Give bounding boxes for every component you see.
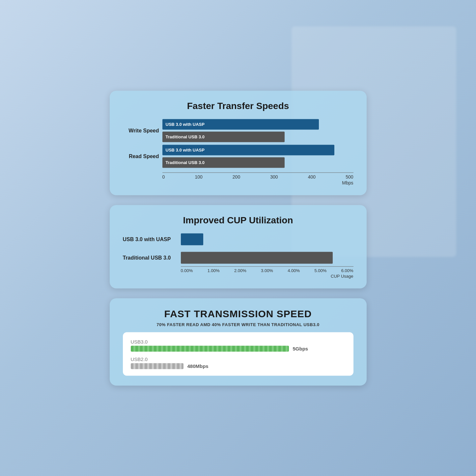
tick-400: 400 [308,174,316,179]
tick-100: 100 [195,174,202,179]
card2-axis-ticks: 0.00% 1.00% 2.00% 3.00% 4.00% 5.00% 6.00… [181,266,353,273]
cpu-trad-label: Traditional USB 3.0 [123,255,176,261]
write-uasp-bar: USB 3.0 with UASP [162,119,319,129]
cpu-tick-2: 2.00% [234,268,246,273]
read-trad-bar: Traditional USB 3.0 [162,157,285,168]
read-uasp-bar: USB 3.0 with UASP [162,145,334,155]
write-speed-label: Write Speed [123,127,159,133]
read-trad-label: Traditional USB 3.0 [166,160,205,165]
cpu-trad-bar [181,252,333,264]
card2-title: Improved CUP Utilization [123,215,353,225]
read-speed-row: Read Speed USB 3.0 with UASP Traditional… [123,145,353,168]
transfer-speed-card: Faster Transfer Speeds Write Speed USB 3… [110,91,367,195]
usb30-bar [131,346,289,351]
card2-axis: 0.00% 1.00% 2.00% 3.00% 4.00% 5.00% 6.00… [181,266,353,278]
card1-title: Faster Transfer Speeds [123,100,353,111]
card2-axis-unit: CUP Usage [181,273,353,278]
usb30-label: USB3.0 [131,339,346,344]
write-uasp-bar-row: USB 3.0 with UASP [162,119,353,129]
cpu-tick-1: 1.00% [208,268,220,273]
cpu-uasp-row: USB 3.0 with UASP [123,233,353,245]
read-speed-label: Read Speed [123,153,159,159]
usb20-label: USB2.0 [131,356,346,362]
card1-axis-ticks: 0 100 200 300 400 500 [162,173,353,179]
cpu-uasp-bar [181,233,203,245]
tick-500: 500 [346,174,353,179]
read-trad-bar-row: Traditional USB 3.0 [162,157,353,168]
cpu-tick-6: 6.00% [341,268,353,273]
card1-axis: 0 100 200 300 400 500 Mbps [162,170,353,185]
cpu-tick-0: 0.00% [181,268,193,273]
main-container: Faster Transfer Speeds Write Speed USB 3… [110,91,367,385]
cpu-trad-row: Traditional USB 3.0 [123,252,353,264]
tick-200: 200 [233,174,240,179]
usb20-bar-row: 480Mbps [131,363,346,369]
write-trad-label: Traditional USB 3.0 [166,134,205,139]
write-trad-bar: Traditional USB 3.0 [162,131,285,142]
transmission-speed-card: FAST TRANSMISSION SPEED 70% FASTER READ … [110,298,367,385]
cpu-utilization-card: Improved CUP Utilization USB 3.0 with UA… [110,205,367,288]
read-uasp-bar-row: USB 3.0 with UASP [162,145,353,155]
usb30-bar-row: 5Gbps [131,346,346,351]
usb30-row: USB3.0 5Gbps [131,339,346,351]
card1-axis-unit: Mbps [162,180,353,185]
cpu-uasp-label: USB 3.0 with UASP [123,236,176,242]
tick-0: 0 [162,174,165,179]
usb30-value: 5Gbps [293,346,308,351]
cpu-tick-3: 3.00% [261,268,273,273]
usb20-row: USB2.0 480Mbps [131,356,346,369]
speed-inner-card: USB3.0 5Gbps USB2.0 480Mbps [123,332,353,376]
cpu-tick-5: 5.00% [314,268,326,273]
cpu-chart-area: USB 3.0 with UASP Traditional USB 3.0 [123,233,353,264]
write-speed-row: Write Speed USB 3.0 with UASP Traditiona… [123,119,353,142]
write-trad-bar-row: Traditional USB 3.0 [162,131,353,142]
usb20-bar [131,363,183,369]
read-speed-bars: USB 3.0 with UASP Traditional USB 3.0 [162,145,353,168]
cpu-trad-bar-container [181,252,353,264]
cpu-uasp-bar-container [181,233,353,245]
write-speed-bars: USB 3.0 with UASP Traditional USB 3.0 [162,119,353,142]
cpu-tick-4: 4.00% [288,268,300,273]
tick-300: 300 [270,174,278,179]
card3-subtitle: 70% FASTER READ AMD 40% FASTER WRITE THA… [123,322,353,327]
write-uasp-label: USB 3.0 with UASP [166,122,205,127]
card3-title: FAST TRANSMISSION SPEED [123,308,353,319]
card1-axis-line [162,172,353,173]
read-uasp-label: USB 3.0 with UASP [166,148,205,153]
usb20-value: 480Mbps [187,363,209,369]
